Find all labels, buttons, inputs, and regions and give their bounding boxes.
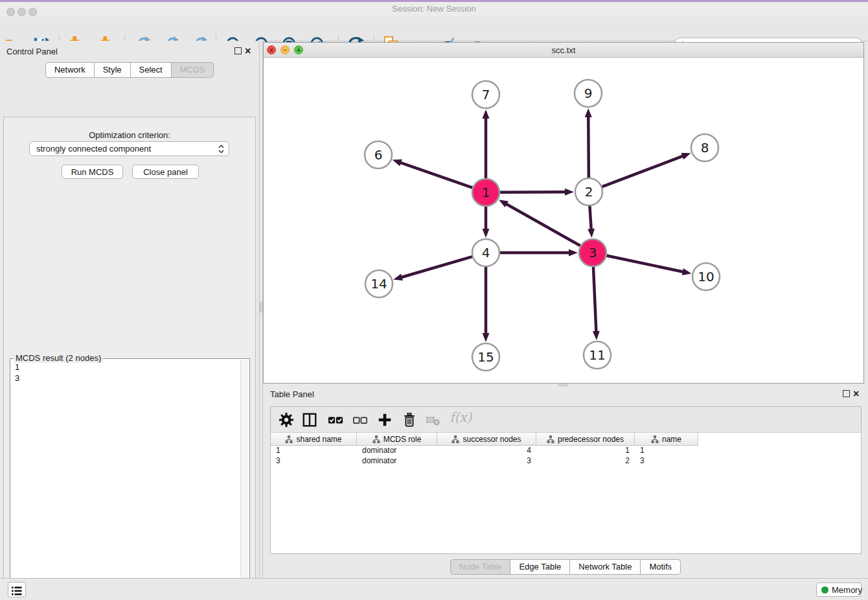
control-panel-tabs: NetworkStyleSelectMCDS	[0, 62, 259, 78]
table-cell: 3	[271, 456, 357, 466]
svg-text:9: 9	[584, 86, 593, 101]
table-panel-float-icon[interactable]	[843, 390, 850, 397]
svg-text:2: 2	[585, 184, 593, 200]
mcds-result-line: 1	[15, 362, 19, 373]
tab-select[interactable]: Select	[131, 62, 172, 78]
control-panel: Control Panel × NetworkStyleSelectMCDS O…	[0, 41, 259, 578]
list-icon	[10, 584, 24, 598]
node-table-box: f(x) shared nameMCDS rolesuccessor nodes…	[270, 406, 862, 554]
delete-table-icon	[425, 412, 440, 428]
status-bar: Memory	[0, 578, 868, 600]
svg-text:15: 15	[477, 349, 494, 365]
memory-status-icon	[821, 586, 828, 594]
delete-columns-icon[interactable]	[402, 412, 417, 428]
task-history-button[interactable]	[8, 582, 26, 597]
table-panel: Table Panel ×	[263, 387, 868, 578]
column-header-predecessor-nodes[interactable]: predecessor nodes	[536, 433, 635, 445]
titlebar: Session: New Session	[0, 0, 868, 17]
window-title: Session: New Session	[0, 4, 868, 14]
mcds-result-line: 3	[15, 373, 19, 384]
table-tabs: Node TableEdge TableNetwork TableMotifs	[263, 559, 868, 575]
svg-text:4: 4	[482, 245, 490, 260]
network-title: scc.txt	[264, 45, 863, 55]
svg-text:8: 8	[701, 140, 709, 156]
table-rows: 1dominator4113dominator323	[271, 445, 861, 466]
control-panel-float-icon[interactable]	[234, 47, 242, 54]
tab-edge-table[interactable]: Edge Table	[510, 559, 570, 575]
run-mcds-button[interactable]: Run MCDS	[62, 165, 123, 179]
control-panel-title: Control Panel	[6, 47, 58, 56]
mcds-result-box: MCDS result (2 nodes) 13	[10, 358, 250, 600]
mcds-result-title: MCDS result (2 nodes)	[14, 353, 103, 363]
mcds-result-text: 13	[12, 362, 19, 384]
network-canvas-svg: 7968124314101511	[264, 58, 863, 383]
table-header-row: shared nameMCDS rolesuccessor nodesprede…	[271, 433, 698, 446]
column-header-shared-name[interactable]: shared name	[271, 433, 357, 445]
tab-style[interactable]: Style	[95, 62, 131, 78]
tab-motifs[interactable]: Motifs	[641, 559, 681, 575]
table-cell: dominator	[357, 445, 437, 456]
show-columns-icon[interactable]	[302, 412, 317, 428]
table-settings-icon[interactable]	[279, 412, 294, 428]
memory-button[interactable]: Memory	[816, 583, 862, 597]
table-cell: 1	[536, 445, 635, 456]
network-canvas[interactable]: 7968124314101511	[264, 58, 863, 383]
close-panel-button[interactable]: Close panel	[132, 165, 199, 179]
svg-text:1: 1	[482, 185, 490, 200]
column-header-MCDS-role[interactable]: MCDS role	[357, 433, 437, 445]
optimization-criterion-label: Optimization criterion:	[4, 130, 255, 140]
table-panel-close-icon[interactable]: ×	[853, 390, 859, 398]
titlebar-accent	[0, 0, 868, 2]
network-window: × − + scc.txt 7968124314101511	[263, 42, 864, 384]
mcds-panel: Optimization criterion: strongly connect…	[3, 117, 256, 600]
table-row[interactable]: 3dominator323	[271, 456, 861, 466]
table-cell: 3	[437, 456, 536, 466]
table-toolbar: f(x)	[271, 407, 861, 433]
criterion-value: strongly connected component	[36, 144, 151, 154]
column-header-successor-nodes[interactable]: successor nodes	[437, 433, 536, 445]
svg-text:14: 14	[371, 276, 387, 292]
main-toolbar	[0, 17, 868, 41]
network-window-titlebar: × − + scc.txt	[264, 43, 863, 58]
add-column-icon[interactable]	[377, 412, 393, 428]
table-cell: 2	[536, 456, 635, 466]
dropdown-stepper-icon	[218, 143, 225, 157]
memory-label: Memory	[832, 585, 862, 595]
tab-network-table[interactable]: Network Table	[570, 559, 641, 575]
select-all-icon[interactable]	[328, 412, 343, 428]
table-cell: dominator	[357, 456, 437, 466]
svg-text:7: 7	[482, 87, 490, 102]
table-panel-title: Table Panel	[270, 389, 314, 399]
table-cell: 3	[635, 456, 698, 466]
svg-text:6: 6	[374, 147, 383, 163]
mcds-result-scrollbar[interactable]	[240, 360, 248, 600]
table-cell: 4	[437, 445, 536, 456]
criterion-dropdown[interactable]: strongly connected component	[29, 141, 229, 156]
column-header-name[interactable]: name	[635, 433, 698, 445]
clear-selection-icon[interactable]	[352, 412, 368, 428]
function-builder-icon: f(x)	[450, 410, 475, 425]
svg-text:11: 11	[589, 347, 605, 363]
svg-text:3: 3	[589, 245, 597, 260]
table-cell: 1	[271, 445, 357, 456]
app-window: Session: New Session	[0, 0, 868, 600]
tab-node-table[interactable]: Node Table	[450, 559, 511, 575]
table-row[interactable]: 1dominator411	[271, 445, 861, 456]
svg-text:10: 10	[698, 269, 714, 284]
control-panel-close-icon[interactable]: ×	[245, 47, 251, 55]
tab-network[interactable]: Network	[45, 62, 95, 78]
tab-mcds[interactable]: MCDS	[172, 62, 214, 78]
table-cell: 1	[635, 445, 698, 456]
